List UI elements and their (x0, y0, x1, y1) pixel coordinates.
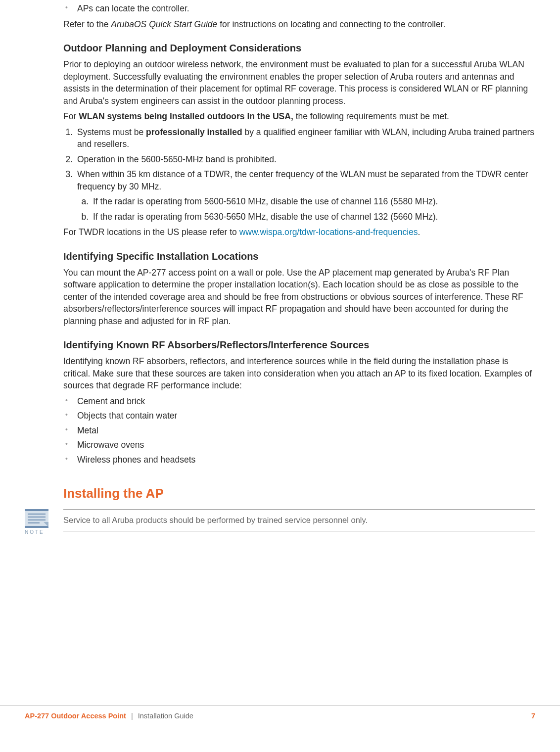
heading-outdoor-planning: Outdoor Planning and Deployment Consider… (63, 41, 535, 55)
requirements-ordered-list: Systems must be professionally installed… (63, 126, 535, 223)
note-icon (25, 509, 48, 528)
sub-ordered-list: If the radar is operating from 5600-5610… (77, 195, 535, 223)
note-text: Service to all Aruba products should be … (63, 509, 535, 531)
text: Objects that contain water (77, 411, 177, 421)
for-usa-requirements: For WLAN systems being installed outdoor… (63, 110, 535, 123)
page-footer: AP-277 Outdoor Access Point | Installati… (0, 705, 560, 721)
list-item: Operation in the 5600-5650-MHz band is p… (75, 153, 535, 166)
text: For (63, 111, 79, 121)
note-icon-wrap: NOTE (25, 509, 53, 536)
note-label: NOTE (25, 529, 53, 536)
footer-separator: | (131, 712, 133, 720)
footer-product: AP-277 Outdoor Access Point (25, 712, 126, 720)
footer-left: AP-277 Outdoor Access Point | Installati… (25, 711, 193, 721)
heading-install-locations: Identifying Specific Installation Locati… (63, 249, 535, 263)
list-item: When within 35 km distance of a TDWR, th… (75, 168, 535, 223)
text: Systems must be (77, 127, 146, 137)
bullet-text: APs can locate the controller. (77, 3, 189, 13)
text: for instructions on locating and connect… (217, 19, 445, 29)
list-item: Wireless phones and headsets (63, 454, 535, 466)
svg-rect-0 (25, 509, 48, 528)
svg-rect-1 (25, 509, 48, 511)
list-item: Metal (63, 424, 535, 437)
text: For TWDR locations in the US please refe… (63, 227, 239, 237)
text: Wireless phones and headsets (77, 455, 195, 465)
list-item: Systems must be professionally installed… (75, 126, 535, 150)
heading-installing-ap: Installing the AP (63, 484, 535, 502)
footer-doc-title: Installation Guide (138, 712, 193, 720)
locations-para: You can mount the AP-277 access point on… (63, 267, 535, 328)
top-bullet-list: APs can locate the controller. (63, 2, 535, 15)
list-item: Cement and brick (63, 395, 535, 408)
text: When within 35 km distance of a TDWR, th… (77, 169, 528, 191)
refer-paragraph: Refer to the ArubaOS Quick Start Guide f… (63, 18, 535, 31)
text: Metal (77, 425, 98, 435)
text: . (418, 227, 420, 237)
rf-sources-list: Cement and brick Objects that contain wa… (63, 395, 535, 466)
guide-title-italic: ArubaOS Quick Start Guide (111, 19, 217, 29)
outdoor-para: Prior to deploying an outdoor wireless n… (63, 58, 535, 107)
bold-text: WLAN systems being installed outdoors in… (79, 111, 293, 121)
footer-page-number: 7 (531, 711, 535, 721)
note-block: NOTE Service to all Aruba products shoul… (25, 509, 535, 536)
text: Cement and brick (77, 396, 145, 406)
list-item: Objects that contain water (63, 410, 535, 422)
svg-rect-2 (25, 526, 48, 528)
text: Refer to the (63, 19, 111, 29)
twdr-link[interactable]: www.wispa.org/tdwr-locations-and-frequen… (239, 227, 418, 237)
heading-rf-sources: Identifying Known RF Absorbers/Reflector… (63, 338, 535, 352)
bold-text: professionally installed (146, 127, 242, 137)
rf-para: Identifying known RF absorbers, reflecto… (63, 355, 535, 392)
list-item: If the radar is operating from 5600-5610… (91, 195, 535, 208)
list-item: APs can locate the controller. (63, 2, 535, 15)
text: the following requirements must be met. (293, 111, 449, 121)
list-item: If the radar is operating from 5630-5650… (91, 211, 535, 223)
list-item: Microwave ovens (63, 439, 535, 451)
twdr-reference: For TWDR locations in the US please refe… (63, 226, 535, 238)
text: Microwave ovens (77, 440, 144, 450)
